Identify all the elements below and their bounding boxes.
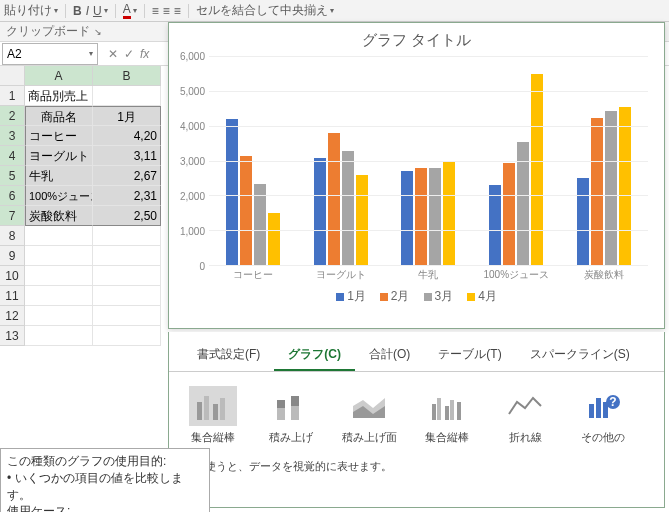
bar <box>619 107 631 265</box>
clustered-column-icon <box>423 386 471 426</box>
row-header[interactable]: 6 <box>0 186 25 206</box>
cell[interactable]: 100%ジュース <box>25 186 93 206</box>
cell[interactable] <box>93 266 161 286</box>
stacked-column-icon <box>267 386 315 426</box>
align-center-button[interactable]: ≡ <box>163 4 170 18</box>
legend-item: 1月 <box>336 288 366 305</box>
row-header[interactable]: 3 <box>0 126 25 146</box>
chart-type-tooltip: この種類のグラフの使用目的: • いくつかの項目の値を比較します。 使用ケース:… <box>0 448 210 512</box>
bar <box>415 168 427 265</box>
svg-rect-0 <box>197 402 202 420</box>
row-header[interactable]: 10 <box>0 266 25 286</box>
align-left-button[interactable]: ≡ <box>152 4 159 18</box>
cell[interactable]: ヨーグルト <box>25 146 93 166</box>
name-box[interactable]: A2▾ <box>2 43 98 65</box>
cell[interactable] <box>25 326 93 346</box>
cell[interactable]: 2,50 <box>93 206 161 226</box>
cell[interactable] <box>25 266 93 286</box>
bar-group <box>226 119 280 265</box>
cell[interactable] <box>25 306 93 326</box>
bar <box>443 161 455 265</box>
cell[interactable] <box>93 86 161 106</box>
bar <box>342 151 354 265</box>
svg-rect-5 <box>277 400 285 408</box>
chart-type-more[interactable]: ? その他の <box>573 386 633 445</box>
tab-total[interactable]: 合計(O) <box>355 340 424 371</box>
row-header[interactable]: 13 <box>0 326 25 346</box>
row-header[interactable]: 11 <box>0 286 25 306</box>
row-header[interactable]: 8 <box>0 226 25 246</box>
cell[interactable] <box>25 246 93 266</box>
bar <box>591 118 603 265</box>
merge-cells-button[interactable]: セルを結合して中央揃え▾ <box>196 2 334 19</box>
bar <box>328 133 340 265</box>
svg-rect-15 <box>589 404 594 418</box>
font-color-button[interactable]: A▾ <box>123 2 137 19</box>
select-all-corner[interactable] <box>0 66 25 86</box>
bar <box>401 171 413 265</box>
chart-legend: 1月2月3月4月 <box>169 288 664 305</box>
row-header[interactable]: 12 <box>0 306 25 326</box>
cell[interactable]: 4,20 <box>93 126 161 146</box>
cancel-icon[interactable]: ✕ <box>108 47 118 61</box>
cell[interactable] <box>93 226 161 246</box>
fx-icon[interactable]: fx <box>140 47 149 61</box>
chart-x-axis: コーヒーヨーグルト牛乳100%ジュース炭酸飲料 <box>209 268 648 286</box>
row-header[interactable]: 9 <box>0 246 25 266</box>
bar <box>356 175 368 265</box>
row-header[interactable]: 5 <box>0 166 25 186</box>
stacked-area-icon <box>345 386 393 426</box>
row-header[interactable]: 2 <box>0 106 25 126</box>
clustered-column-icon <box>189 386 237 426</box>
cell[interactable]: 2,67 <box>93 166 161 186</box>
tab-format[interactable]: 書式設定(F) <box>183 340 274 371</box>
align-right-button[interactable]: ≡ <box>174 4 181 18</box>
chart-type-stacked-column[interactable]: 積み上げ <box>261 386 321 445</box>
chart-type-clustered-column[interactable]: 集合縦棒 <box>183 386 243 445</box>
cell[interactable] <box>93 326 161 346</box>
bar <box>503 163 515 265</box>
col-header-b[interactable]: B <box>93 66 161 86</box>
row-header[interactable]: 7 <box>0 206 25 226</box>
svg-rect-11 <box>437 398 441 420</box>
cell[interactable] <box>25 286 93 306</box>
row-header[interactable]: 4 <box>0 146 25 166</box>
bar <box>240 156 252 265</box>
chart-plot <box>209 56 648 266</box>
underline-button[interactable]: U▾ <box>93 4 108 18</box>
cell[interactable]: 商品名 <box>25 106 93 126</box>
row-header[interactable]: 1 <box>0 86 25 106</box>
bar <box>489 185 501 265</box>
chart-type-line[interactable]: 折れ線 <box>495 386 555 445</box>
dialog-launcher-icon[interactable]: ↘ <box>94 27 102 37</box>
cell[interactable]: コーヒー <box>25 126 93 146</box>
cell[interactable]: 1月 <box>93 106 161 126</box>
cell[interactable]: 商品別売上 <box>25 86 93 106</box>
chart-type-stacked-area[interactable]: 積み上げ面 <box>339 386 399 445</box>
bar <box>314 158 326 265</box>
tab-chart[interactable]: グラフ(C) <box>274 340 355 371</box>
bold-button[interactable]: B <box>73 4 82 18</box>
paste-group[interactable]: 貼り付け▾ <box>4 2 58 19</box>
cell[interactable]: 3,11 <box>93 146 161 166</box>
cell[interactable]: 2,31 <box>93 186 161 206</box>
cell[interactable] <box>93 246 161 266</box>
cell[interactable]: 炭酸飲料 <box>25 206 93 226</box>
tab-sparkline[interactable]: スパークライン(S) <box>516 340 644 371</box>
chart-preview[interactable]: グラフ タイトル 01,0002,0003,0004,0005,0006,000… <box>168 22 665 329</box>
italic-button[interactable]: I <box>86 4 89 18</box>
svg-rect-16 <box>596 398 601 418</box>
chart-type-clustered-column-2[interactable]: 集合縦棒 <box>417 386 477 445</box>
col-header-a[interactable]: A <box>25 66 93 86</box>
line-chart-icon <box>501 386 549 426</box>
cell[interactable] <box>93 306 161 326</box>
bar <box>268 213 280 265</box>
svg-rect-1 <box>204 396 209 420</box>
bar <box>226 119 238 265</box>
cell[interactable]: 牛乳 <box>25 166 93 186</box>
tab-table[interactable]: テーブル(T) <box>424 340 515 371</box>
confirm-icon[interactable]: ✓ <box>124 47 134 61</box>
cell[interactable] <box>93 286 161 306</box>
cell[interactable] <box>25 226 93 246</box>
quick-analysis-description: フを使うと、データを視覚的に表せます。 <box>169 451 664 482</box>
